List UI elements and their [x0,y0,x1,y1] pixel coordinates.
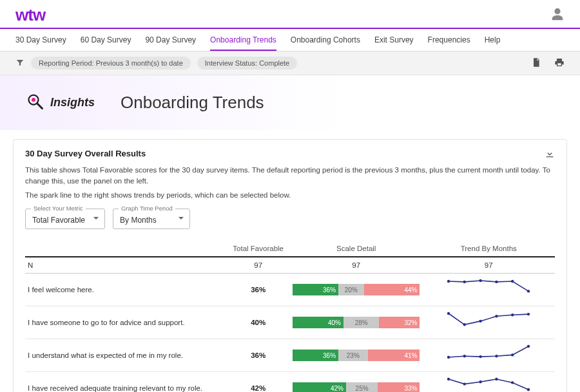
item-text: I have received adequate training releva… [25,372,226,392]
export-pdf-icon[interactable] [531,57,541,70]
bar-favorable: 36% [293,284,338,295]
period-select[interactable]: Graph Time Period By Months [113,209,190,229]
insights-badge: Insights [26,92,95,113]
account-icon[interactable] [550,7,565,23]
svg-point-8 [527,290,530,292]
item-text: I feel welcome here. [25,274,226,306]
scale-cell: 40%28%32% [290,306,423,339]
trend-cell [422,274,555,306]
page-hero: Insights Onboarding Trends [0,75,580,130]
svg-point-7 [511,280,514,283]
svg-point-17 [479,355,482,358]
fav-pct: 36% [226,274,290,306]
nav-tabs: 30 Day Survey 60 Day Survey 90 Day Surve… [0,29,580,51]
filter-chip-interview-status[interactable]: Interview Status: Complete [197,57,297,70]
item-text: I have someone to go to for advice and s… [25,306,226,339]
bar-favorable: 40% [293,317,343,328]
n-scale: 97 [290,257,423,274]
bar-neutral: 28% [343,317,379,328]
svg-point-5 [479,279,482,282]
top-bar: wtw [0,0,580,29]
svg-point-9 [447,312,450,315]
stacked-bar: 36%23%41% [293,350,420,361]
svg-point-16 [463,355,466,357]
table-row: I have someone to go to for advice and s… [25,306,555,339]
trend-cell [422,339,555,372]
bar-neutral: 20% [338,284,364,295]
svg-point-4 [463,281,466,283]
svg-point-1 [32,98,35,102]
trend-cell [422,372,555,392]
bar-unfavorable: 33% [378,382,420,392]
fav-pct: 40% [226,306,290,339]
card-desc-2: The spark line to the right shows trends… [25,190,555,201]
tab-exit-survey[interactable]: Exit Survey [374,29,414,51]
results-table: Total Favorable Scale Detail Trend By Mo… [25,241,555,392]
tab-onboarding-trends[interactable]: Onboarding Trends [210,29,276,51]
svg-point-6 [495,281,498,283]
svg-point-10 [463,323,466,326]
table-row: I understand what is expected of me in m… [25,339,555,372]
bar-unfavorable: 41% [368,350,420,361]
filter-chip-reporting-period[interactable]: Reporting Period: Previous 3 month(s) to… [31,57,191,70]
svg-point-25 [511,381,514,384]
card-title: 30 Day Survey Overall Results [25,149,146,158]
svg-point-11 [479,320,482,322]
svg-point-3 [447,280,450,283]
n-fav: 97 [226,257,290,274]
col-scale-detail: Scale Detail [290,241,423,257]
scale-cell: 36%23%41% [290,339,423,372]
tab-onboarding-cohorts[interactable]: Onboarding Cohorts [291,29,360,51]
stacked-bar: 42%25%33% [293,382,420,392]
col-item [25,241,226,257]
scale-cell: 36%20%44% [290,274,423,306]
brand-logo: wtw [15,5,45,25]
bar-neutral: 25% [346,382,378,392]
svg-point-13 [511,313,514,316]
metric-select-label: Select Your Metric [31,205,86,212]
svg-point-19 [511,353,514,356]
results-card: 30 Day Survey Overall Results This table… [13,139,567,392]
svg-point-18 [495,355,498,357]
bar-favorable: 36% [293,350,338,361]
tab-frequencies[interactable]: Frequencies [428,29,470,51]
n-row: N979797 [25,257,555,274]
col-total-favorable: Total Favorable [226,241,290,257]
filter-icon[interactable] [15,58,24,69]
svg-point-23 [479,380,482,383]
svg-point-14 [527,313,530,315]
chevron-down-icon [178,214,184,223]
metric-select-value: Total Favorable [32,216,85,225]
print-icon[interactable] [554,57,565,70]
fav-pct: 36% [226,339,290,372]
page-title: Onboarding Trends [121,93,264,113]
table-row: I feel welcome here.36%36%20%44% [25,274,555,306]
trend-cell [422,306,555,339]
tab-90-day[interactable]: 90 Day Survey [145,29,196,51]
metric-select[interactable]: Select Your Metric Total Favorable [25,209,105,229]
insights-label: Insights [50,96,95,109]
svg-point-22 [463,382,466,385]
card-desc-1: This table shows Total Favorable scores … [25,165,555,186]
n-trend: 97 [422,257,555,274]
chevron-down-icon [93,214,99,223]
svg-point-20 [527,345,530,348]
tab-60-day[interactable]: 60 Day Survey [81,29,131,51]
tab-help[interactable]: Help [485,29,501,51]
bar-favorable: 42% [293,382,346,392]
bar-unfavorable: 32% [379,317,420,328]
download-icon[interactable] [545,149,555,161]
tab-30-day[interactable]: 30 Day Survey [15,29,66,51]
stacked-bar: 40%28%32% [293,317,420,328]
bar-neutral: 23% [338,350,367,361]
svg-point-21 [447,378,450,380]
scale-cell: 42%25%33% [290,372,423,392]
svg-line-2 [37,104,43,109]
svg-point-24 [495,378,498,380]
col-trend: Trend By Months [422,241,555,257]
svg-point-12 [495,315,498,317]
insights-icon [26,92,45,113]
table-row: I have received adequate training releva… [25,372,555,392]
period-select-value: By Months [120,216,157,225]
bar-unfavorable: 44% [364,284,420,295]
